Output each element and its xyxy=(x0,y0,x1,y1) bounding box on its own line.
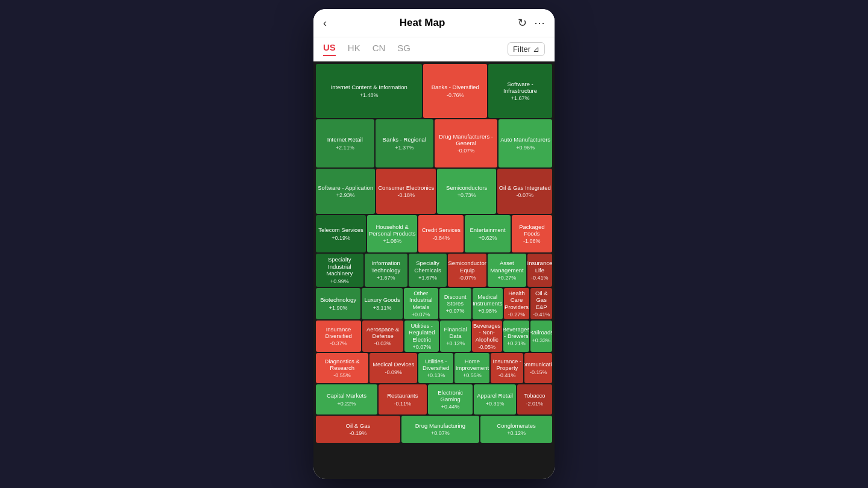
cell-value: +0.22% xyxy=(338,401,356,407)
heatmap-cell[interactable]: Communication-0.15% xyxy=(524,353,552,383)
heatmap-cell[interactable]: Luxury Goods+3.11% xyxy=(362,288,402,319)
cell-value: +1.48% xyxy=(360,92,379,98)
heatmap-cell[interactable]: Credit Services-0.84% xyxy=(418,215,464,252)
heatmap-cell[interactable]: Packaged Foods-1.06% xyxy=(512,215,552,252)
heatmap-cell[interactable]: Entertainment+0.62% xyxy=(465,215,510,252)
heatmap-cell[interactable]: Auto Manufacturers+0.96% xyxy=(498,119,552,167)
heatmap-cell[interactable]: Diagnostics & Research-0.55% xyxy=(316,353,368,383)
heatmap-cell[interactable]: Medical Instruments+0.98% xyxy=(473,288,503,319)
heatmap-cell[interactable]: Tobacco-2.01% xyxy=(517,384,552,414)
header: ‹ Heat Map ↻ ⋯ xyxy=(313,9,555,37)
filter-button[interactable]: Filter ⊿ xyxy=(508,42,545,56)
heatmap-cell[interactable]: Drug Manufacturing+0.07% xyxy=(401,416,479,443)
heatmap-cell[interactable]: Asset Management+0.27% xyxy=(488,254,526,287)
refresh-icon[interactable]: ↻ xyxy=(518,16,527,30)
heatmap-cell[interactable]: Semiconductor Equip-0.07% xyxy=(448,254,486,287)
cell-label: Oil & Gas Integrated xyxy=(499,184,551,191)
heatmap-cell[interactable]: Discount Stores+0.07% xyxy=(439,288,471,319)
tab-cn[interactable]: CN xyxy=(373,43,386,55)
heatmap-cell[interactable]: Semiconductors+0.73% xyxy=(437,169,496,214)
heatmap-container[interactable]: Internet Content & Information+1.48%Bank… xyxy=(313,61,555,479)
cell-label: Home Improvement xyxy=(456,358,489,372)
cell-value: +1.90% xyxy=(329,305,348,311)
heatmap-cell[interactable]: Drug Manufacturers - General-0.07% xyxy=(435,119,497,167)
tab-sg[interactable]: SG xyxy=(397,43,410,55)
heatmap-cell[interactable]: Other Industrial Metals+0.07% xyxy=(404,288,438,319)
heatmap-cell[interactable]: Consumer Electronics-0.18% xyxy=(376,169,435,214)
cell-label: Telecom Services xyxy=(318,227,363,233)
heatmap-cell[interactable]: Insurance Life-0.41% xyxy=(527,254,552,287)
cell-value: +0.07% xyxy=(431,430,450,436)
heatmap-cell[interactable]: Capital Markets+0.22% xyxy=(316,384,377,414)
heatmap-cell[interactable]: Telecom Services+0.19% xyxy=(316,215,366,252)
cell-label: Banks - Regional xyxy=(383,136,426,143)
heatmap-cell[interactable]: Oil & Gas E&P-0.41% xyxy=(530,288,552,319)
back-button[interactable]: ‹ xyxy=(323,17,327,30)
cell-label: Specialty Chemicals xyxy=(410,260,446,274)
heatmap-cell[interactable]: Financial Data+0.12% xyxy=(440,321,470,352)
cell-label: Software - Application xyxy=(318,184,373,191)
cell-label: Consumer Electronics xyxy=(378,184,434,191)
heatmap-cell[interactable]: Software - Application+2.93% xyxy=(316,169,375,214)
cell-label: Banks - Diversified xyxy=(432,84,479,90)
tab-us[interactable]: US xyxy=(323,42,336,56)
cell-value: +1.06% xyxy=(383,238,401,244)
heatmap-cell[interactable]: Beverages - Non-Alcoholic-0.05% xyxy=(472,321,502,352)
heatmap-cell[interactable]: Medical Devices-0.09% xyxy=(370,353,417,383)
cell-value: +3.11% xyxy=(373,305,392,311)
heatmap-cell[interactable]: Specialty Industrial Machinery+0.99% xyxy=(316,254,363,287)
cell-label: Insurance Diversified xyxy=(317,326,360,340)
phone-container: ‹ Heat Map ↻ ⋯ US HK CN SG Filter ⊿ Inte… xyxy=(313,9,555,479)
cell-label: Insurance - Property xyxy=(492,358,522,372)
heatmap-row: Capital Markets+0.22%Restaurants-0.11%El… xyxy=(316,384,552,414)
cell-label: Aerospace & Defense xyxy=(363,326,402,340)
heatmap-cell[interactable]: Oil & Gas-0.19% xyxy=(316,416,400,443)
cell-label: Packaged Foods xyxy=(513,224,551,237)
heatmap-cell[interactable]: Restaurants-0.11% xyxy=(379,384,427,414)
heatmap-cell[interactable]: Aerospace & Defense-0.03% xyxy=(362,321,403,352)
heatmap-cell[interactable]: Electronic Gaming+0.44% xyxy=(428,384,473,414)
heatmap-cell[interactable]: Home Improvement+0.55% xyxy=(454,353,489,383)
cell-value: +0.19% xyxy=(332,235,350,241)
cell-value: +1.67% xyxy=(418,275,437,281)
cell-value: +0.73% xyxy=(458,192,476,198)
heatmap-cell[interactable]: Beverages - Brewers+0.21% xyxy=(503,321,529,352)
heatmap-cell[interactable]: Apparel Retail+0.31% xyxy=(474,384,515,414)
cell-value: -0.37% xyxy=(330,340,347,346)
cell-value: -0.27% xyxy=(508,311,526,318)
tab-hk[interactable]: HK xyxy=(348,43,360,55)
cell-label: Apparel Retail xyxy=(477,392,513,399)
heatmap-row: Internet Retail+2.11%Banks - Regional+1.… xyxy=(316,119,552,167)
heatmap-cell[interactable]: Railroads+0.33% xyxy=(530,321,552,352)
cell-label: Conglomerates xyxy=(497,422,535,429)
heatmap-cell[interactable]: Utilities - Diversified+0.13% xyxy=(418,353,453,383)
heatmap-cell[interactable]: Specialty Chemicals+1.67% xyxy=(409,254,447,287)
cell-value: +0.62% xyxy=(479,235,497,241)
heatmap-cell[interactable]: Biotechnology+1.90% xyxy=(316,288,360,319)
more-icon[interactable]: ⋯ xyxy=(534,16,545,30)
heatmap-cell[interactable]: Banks - Regional+1.37% xyxy=(376,119,434,167)
heatmap-cell[interactable]: Software - Infrastructure+1.67% xyxy=(488,64,552,118)
filter-label: Filter xyxy=(513,45,530,54)
heatmap-cell[interactable]: Utilities - Regulated Electric+0.07% xyxy=(404,321,439,352)
heatmap-cell[interactable]: Conglomerates+0.12% xyxy=(480,416,552,443)
cell-value: -0.76% xyxy=(447,92,464,98)
cell-value: +0.31% xyxy=(486,401,505,407)
cell-value: +1.67% xyxy=(511,95,530,101)
heatmap-cell[interactable]: Internet Content & Information+1.48% xyxy=(316,64,422,118)
heatmap-cell[interactable]: Banks - Diversified-0.76% xyxy=(423,64,487,118)
heatmap-cell[interactable]: Insurance Diversified-0.37% xyxy=(316,321,361,352)
cell-label: Railroads xyxy=(530,329,552,336)
heatmap-cell[interactable]: Internet Retail+2.11% xyxy=(316,119,374,167)
heatmap-cell[interactable]: Insurance - Property-0.41% xyxy=(491,353,523,383)
heatmap-cell[interactable]: Oil & Gas Integrated-0.07% xyxy=(497,169,552,214)
cell-value: -0.07% xyxy=(458,148,475,154)
cell-value: +0.96% xyxy=(516,145,535,151)
tabs-bar: US HK CN SG Filter ⊿ xyxy=(313,37,555,61)
cell-label: Oil & Gas xyxy=(346,422,371,429)
heatmap-cell[interactable]: Household & Personal Products+1.06% xyxy=(367,215,417,252)
heatmap-cell[interactable]: Health Care Providers-0.27% xyxy=(504,288,530,319)
cell-label: Utilities - Diversified xyxy=(420,358,452,372)
heatmap-cell[interactable]: Information Technology+1.67% xyxy=(365,254,407,287)
heatmap-row: Internet Content & Information+1.48%Bank… xyxy=(316,64,552,118)
